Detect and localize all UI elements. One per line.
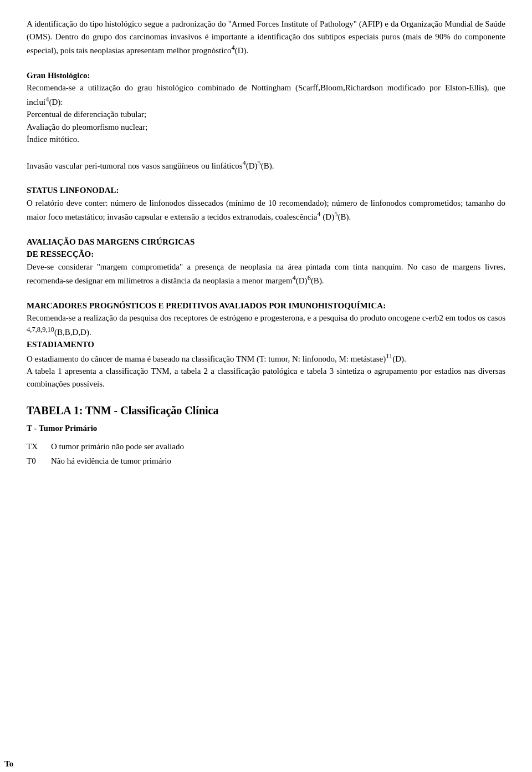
- row-text-tx: O tumor primário não pode ser avaliado: [51, 440, 184, 453]
- avaliacao-margens-text: AVALIAÇÃO DAS MARGENS CIRÚRGICAS DE RESS…: [27, 236, 505, 287]
- status-linfonodal-block: STATUS LINFONODAL: O relatório deve cont…: [27, 184, 505, 224]
- grau-histologico-title: Grau Histológico:: [27, 71, 90, 80]
- marcadores-text: MARCADORES PROGNÓSTICOS E PREDITIVOS AVA…: [27, 299, 505, 390]
- avaliacao-margens-title2: DE RESSECÇÃO:: [27, 250, 94, 258]
- marcadores-title: MARCADORES PROGNÓSTICOS E PREDITIVOS AVA…: [27, 301, 386, 310]
- grau-histologico-text: Grau Histológico: Recomenda-se a utiliza…: [27, 69, 505, 146]
- tabela1-title: TABELA 1: TNM - Classificação Clínica: [27, 402, 505, 419]
- row-code-tx: TX: [27, 440, 42, 453]
- status-linfonodal-text: STATUS LINFONODAL: O relatório deve cont…: [27, 184, 505, 224]
- row-code-t0: T0: [27, 455, 42, 468]
- marcadores-block: MARCADORES PROGNÓSTICOS E PREDITIVOS AVA…: [27, 299, 505, 390]
- invasao-vascular-block: Invasão vascular peri-tumoral nos vasos …: [27, 158, 505, 172]
- avaliacao-margens-block: AVALIAÇÃO DAS MARGENS CIRÚRGICAS DE RESS…: [27, 236, 505, 287]
- intro-text: A identificação do tipo histológico segu…: [27, 18, 505, 57]
- tabela1-subtitle: T - Tumor Primário: [27, 422, 505, 435]
- tabela1-block: TABELA 1: TNM - Classificação Clínica T …: [27, 402, 505, 468]
- table-row: T0 Não há evidência de tumor primário: [27, 455, 505, 468]
- status-linfonodal-title: STATUS LINFONODAL:: [27, 186, 119, 195]
- avaliacao-margens-title1: AVALIAÇÃO DAS MARGENS CIRÚRGICAS: [27, 237, 195, 246]
- table-row: TX O tumor primário não pode ser avaliad…: [27, 440, 505, 453]
- estadiamento-title: ESTADIAMENTO: [27, 340, 94, 349]
- invasao-vascular-text: Invasão vascular peri-tumoral nos vasos …: [27, 158, 505, 172]
- intro-paragraph: A identificação do tipo histológico segu…: [27, 18, 505, 57]
- row-text-t0: Não há evidência de tumor primário: [51, 455, 171, 468]
- grau-histologico-block: Grau Histológico: Recomenda-se a utiliza…: [27, 69, 505, 146]
